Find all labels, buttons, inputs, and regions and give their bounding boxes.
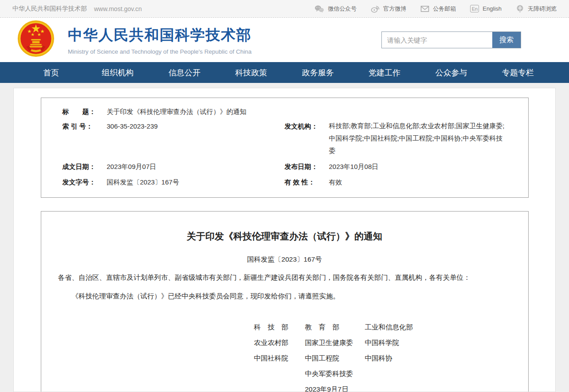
site-identity: 中华人民共和国科学技术部 www.most.gov.cn bbox=[12, 5, 142, 13]
document-metadata-table: 标 题： 关于印发《科技伦理审查办法（试行）》的通知 索 引 号： 306-35… bbox=[41, 98, 529, 198]
nav-item-info-disclosure[interactable]: 信息公开 bbox=[151, 62, 218, 83]
signature-row: 中国社科院 中国工程院 中国科协 bbox=[254, 354, 511, 369]
meta-value-publish-date: 2023年10月08日 bbox=[329, 163, 379, 171]
signature-row: 科 技 部 教 育 部 工业和信息化部 bbox=[254, 323, 511, 338]
search-input[interactable] bbox=[382, 32, 492, 48]
site-name: 中华人民共和国科学技术部 bbox=[12, 5, 87, 13]
signature-block: 科 技 部 教 育 部 工业和信息化部 农业农村部 国家卫生健康委 中国科学院 … bbox=[254, 323, 511, 392]
document-number: 国科发监〔2023〕167号 bbox=[58, 255, 511, 264]
mail-icon bbox=[420, 5, 429, 12]
english-label: English bbox=[483, 5, 502, 12]
wechat-icon bbox=[314, 5, 324, 13]
meta-row-index-org: 索 引 号： 306-35-2023-239 发文机构： 科技部;教育部;工业和… bbox=[63, 120, 507, 159]
document-paragraph: 各省、自治区、直辖市及计划单列市、副省级城市有关部门，新疆生产建设兵团有关部门，… bbox=[58, 272, 511, 283]
search-box: 搜索 bbox=[381, 31, 521, 48]
meta-col-org: 发文机构： 科技部;教育部;工业和信息化部;农业农村部;国家卫生健康委;中国科学… bbox=[285, 122, 507, 157]
nav-item-home[interactable]: 首页 bbox=[18, 62, 84, 83]
signature-row: 中央军委科技委 bbox=[254, 369, 511, 385]
meta-col-index: 索 引 号： 306-35-2023-239 bbox=[63, 122, 285, 157]
weibo-link[interactable]: 官方微博 bbox=[371, 5, 406, 13]
nav-item-gov-services[interactable]: 政务服务 bbox=[285, 62, 351, 83]
site-url[interactable]: www.most.gov.cn bbox=[94, 5, 142, 12]
meta-value-doc-no: 国科发监〔2023〕167号 bbox=[107, 178, 179, 187]
header-titles: 中华人民共和国科学技术部 Ministry of Science and Tec… bbox=[68, 25, 251, 55]
main-nav: 首页 组织机构 信息公开 科技政策 政务服务 党建工作 公众参与 专题专栏 bbox=[0, 62, 569, 83]
accessibility-icon bbox=[516, 4, 524, 13]
signature-cell: 中央军委科技委 bbox=[305, 369, 365, 385]
national-emblem-logo bbox=[16, 20, 55, 60]
mail-label: 公务邮箱 bbox=[433, 5, 456, 13]
weibo-icon bbox=[371, 5, 380, 13]
signature-cell: 农业农村部 bbox=[254, 338, 305, 354]
nav-item-party-building[interactable]: 党建工作 bbox=[351, 62, 418, 83]
signature-cell: 中国科学院 bbox=[365, 338, 511, 354]
accessibility-label: 无障碍浏览 bbox=[528, 5, 557, 13]
meta-label-written-date: 成文日期： bbox=[63, 163, 107, 171]
nav-item-public-participation[interactable]: 公众参与 bbox=[418, 62, 484, 83]
document-title: 关于印发《科技伦理审查办法（试行）》的通知 bbox=[58, 230, 511, 243]
meta-label-index: 索 引 号： bbox=[63, 122, 107, 157]
document-paragraph: 《科技伦理审查办法（试行）》已经中央科技委员会同意，现印发给你们，请遵照实施。 bbox=[58, 291, 511, 302]
meta-label-publish-date: 发布日期： bbox=[285, 163, 329, 171]
accessibility-link[interactable]: 无障碍浏览 bbox=[516, 4, 557, 13]
signature-cell: 国家卫生健康委 bbox=[305, 338, 365, 354]
meta-value-title: 关于印发《科技伦理审查办法（试行）》的通知 bbox=[107, 108, 247, 116]
wechat-label: 微信公众号 bbox=[328, 5, 357, 13]
signature-cell: 中国社科院 bbox=[254, 354, 305, 369]
main-container: 标 题： 关于印发《科技伦理审查办法（试行）》的通知 索 引 号： 306-35… bbox=[13, 88, 556, 392]
nav-item-special-topics[interactable]: 专题专栏 bbox=[485, 62, 551, 83]
page-background: 标 题： 关于印发《科技伦理审查办法（试行）》的通知 索 引 号： 306-35… bbox=[0, 83, 569, 392]
signature-cell bbox=[254, 385, 305, 392]
signature-cell bbox=[365, 385, 511, 392]
site-header: 中华人民共和国科学技术部 Ministry of Science and Tec… bbox=[0, 18, 569, 62]
topbar-links: 微信公众号 官方微博 公务邮箱 En bbox=[314, 4, 557, 13]
english-link[interactable]: En English bbox=[470, 5, 502, 12]
meta-row-docno-validity: 发文字号： 国科发监〔2023〕167号 有 效 性： 有效 bbox=[63, 175, 507, 190]
nav-item-sci-tech-policy[interactable]: 科技政策 bbox=[218, 62, 284, 83]
signature-row: 农业农村部 国家卫生健康委 中国科学院 bbox=[254, 338, 511, 354]
top-utility-bar: 中华人民共和国科学技术部 www.most.gov.cn 微信公众号 bbox=[0, 0, 569, 18]
signature-date-row: 2023年9月7日 bbox=[254, 385, 511, 392]
document-content: 关于印发《科技伦理审查办法（试行）》的通知 国科发监〔2023〕167号 各省、… bbox=[41, 211, 529, 392]
meta-value-index: 306-35-2023-239 bbox=[107, 122, 158, 157]
meta-label-doc-no: 发文字号： bbox=[63, 178, 107, 187]
english-icon: En bbox=[470, 5, 479, 12]
nav-item-organization[interactable]: 组织机构 bbox=[84, 62, 151, 83]
meta-col-doc-no: 发文字号： 国科发监〔2023〕167号 bbox=[63, 178, 285, 187]
signature-cell bbox=[365, 369, 511, 385]
weibo-label: 官方微博 bbox=[383, 5, 406, 13]
signature-cell: 科 技 部 bbox=[254, 323, 305, 338]
meta-label-title: 标 题： bbox=[63, 108, 107, 116]
ministry-title: 中华人民共和国科学技术部 bbox=[68, 25, 251, 45]
meta-value-written-date: 2023年09月07日 bbox=[107, 163, 157, 171]
meta-label-org: 发文机构： bbox=[285, 122, 329, 157]
search-button[interactable]: 搜索 bbox=[492, 32, 521, 48]
meta-col-validity: 有 效 性： 有效 bbox=[285, 178, 507, 187]
signature-cell: 中国科协 bbox=[365, 354, 511, 369]
ministry-title-english: Ministry of Science and Technology of th… bbox=[68, 48, 251, 55]
meta-value-validity: 有效 bbox=[329, 178, 342, 187]
signature-cell bbox=[254, 369, 305, 385]
meta-label-validity: 有 效 性： bbox=[285, 178, 329, 187]
meta-row-title: 标 题： 关于印发《科技伦理审查办法（试行）》的通知 bbox=[63, 104, 507, 120]
meta-value-org: 科技部;教育部;工业和信息化部;农业农村部;国家卫生健康委;中国科学院;中国社科… bbox=[329, 120, 506, 157]
signature-cell: 中国工程院 bbox=[305, 354, 365, 369]
meta-row-dates: 成文日期： 2023年09月07日 发布日期： 2023年10月08日 bbox=[63, 159, 507, 175]
signature-date: 2023年9月7日 bbox=[305, 385, 365, 392]
meta-col-publish-date: 发布日期： 2023年10月08日 bbox=[285, 163, 507, 171]
mail-link[interactable]: 公务邮箱 bbox=[420, 5, 456, 13]
signature-cell: 工业和信息化部 bbox=[365, 323, 511, 338]
wechat-link[interactable]: 微信公众号 bbox=[314, 5, 357, 13]
meta-col-written-date: 成文日期： 2023年09月07日 bbox=[63, 163, 285, 171]
signature-cell: 教 育 部 bbox=[305, 323, 365, 338]
